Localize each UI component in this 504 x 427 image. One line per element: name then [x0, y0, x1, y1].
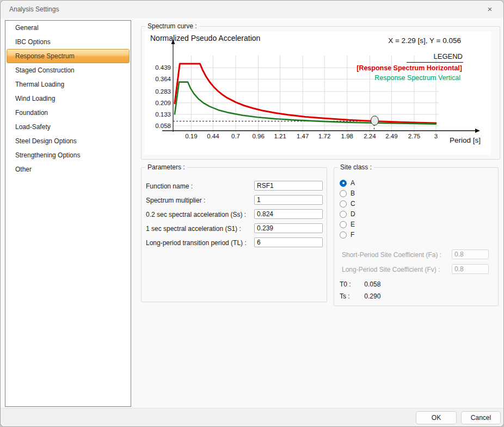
spectrum-chart[interactable]: 0.4390.3640.2830.2090.1330.0580.190.440.… — [144, 32, 491, 155]
sidebar-item-other[interactable]: Other — [5, 162, 131, 176]
svg-text:1.72: 1.72 — [318, 133, 330, 139]
spectrum-curve-group: Spectrum curve : 0.4390.3640.2830.2090.1… — [141, 26, 500, 160]
ss-acceleration-label: 0.2 sec spectral acceleration (Ss) : — [146, 209, 246, 220]
t0-value: 0.058 — [364, 280, 380, 288]
sidebar-item-thermal-loading[interactable]: Thermal Loading — [5, 77, 131, 91]
cancel-button[interactable]: Cancel — [461, 411, 501, 424]
ss-acceleration-row: 0.2 sec spectral acceleration (Ss) : — [142, 209, 327, 220]
ok-button[interactable]: OK — [416, 411, 457, 424]
spectrum-multiplier-row: Spectrum multiplier : — [142, 195, 327, 206]
site-class-option-f[interactable]: F — [340, 230, 354, 239]
spectrum-curve-group-label: Spectrum curve : — [145, 22, 199, 30]
tl-period-row: Long-period transition period (TL) : — [142, 237, 327, 248]
svg-text:2.75: 2.75 — [408, 133, 420, 139]
svg-text:X = 2.29 [s], Y = 0.056: X = 2.29 [s], Y = 0.056 — [388, 36, 461, 45]
svg-text:1.47: 1.47 — [297, 133, 309, 139]
tl-period-field[interactable] — [254, 237, 323, 247]
svg-text:LEGEND: LEGEND — [434, 52, 463, 60]
sidebar-item-load-safety[interactable]: Load-Safety — [5, 120, 131, 134]
fa-coefficient-label: Short-Period Site Coefficient (Fa) : — [342, 249, 441, 260]
s1-acceleration-label: 1 sec spectral acceleration (S1) : — [146, 223, 241, 234]
parameters-group-label: Parameters : — [145, 163, 187, 171]
svg-text:Period [s]: Period [s] — [450, 136, 481, 144]
svg-text:1.21: 1.21 — [274, 133, 286, 139]
sidebar-item-staged-construction[interactable]: Staged Construction — [5, 63, 131, 77]
sidebar-item-wind-loading[interactable]: Wind Loading — [5, 91, 131, 106]
ss-acceleration-field[interactable] — [254, 209, 323, 219]
fa-coefficient-row: Short-Period Site Coefficient (Fa) : — [334, 249, 498, 260]
ts-label: Ts : — [340, 292, 362, 300]
radio-icon[interactable] — [340, 190, 347, 197]
radio-icon[interactable] — [340, 231, 347, 239]
t0-readout: T0 : 0.058 — [340, 280, 380, 289]
sidebar-item-strengthening-options[interactable]: Strengthening Options — [5, 148, 131, 162]
svg-text:3: 3 — [434, 133, 438, 139]
s1-acceleration-row: 1 sec spectral acceleration (S1) : — [142, 223, 327, 234]
window-title: Analysis Settings — [9, 5, 59, 13]
site-class-option-e[interactable]: E — [340, 220, 355, 229]
svg-text:[Response Spectrum Horizontal]: [Response Spectrum Horizontal] — [357, 64, 462, 72]
svg-text:Normalized Pseudo Acceleration: Normalized Pseudo Acceleration — [150, 34, 260, 42]
svg-text:0.44: 0.44 — [207, 133, 219, 139]
svg-text:0.283: 0.283 — [155, 88, 171, 95]
spectrum-multiplier-label: Spectrum multiplier : — [146, 195, 205, 206]
radio-icon[interactable] — [340, 200, 347, 208]
function-name-label: Function name : — [146, 181, 193, 192]
site-class-option-d[interactable]: D — [340, 210, 355, 218]
close-icon[interactable]: × — [484, 3, 496, 15]
dialog-footer: OK Cancel — [1, 408, 503, 426]
title-bar: Analysis Settings × — [1, 1, 503, 18]
svg-text:0.7: 0.7 — [231, 133, 240, 139]
settings-nav-list: General IBC Options Response Spectrum St… — [5, 20, 131, 407]
spectrum-multiplier-field[interactable] — [254, 195, 323, 205]
site-class-option-c[interactable]: C — [340, 199, 355, 208]
fa-coefficient-field — [452, 249, 489, 259]
svg-text:0.19: 0.19 — [185, 133, 197, 139]
svg-text:0.439: 0.439 — [155, 64, 171, 71]
site-class-group-label: Site class : — [338, 163, 374, 171]
sidebar-item-general[interactable]: General — [5, 21, 131, 35]
function-name-field[interactable] — [254, 181, 323, 191]
svg-text:0.96: 0.96 — [252, 133, 264, 139]
svg-text:1.98: 1.98 — [341, 133, 353, 139]
fv-coefficient-label: Long-Period Site Coefficient (Fv) : — [342, 264, 440, 275]
function-name-row: Function name : — [142, 181, 327, 192]
radio-icon[interactable] — [340, 221, 347, 228]
radio-icon[interactable] — [340, 180, 347, 187]
svg-text:0.364: 0.364 — [155, 76, 171, 82]
svg-text:2.24: 2.24 — [364, 133, 376, 139]
svg-text:0.133: 0.133 — [155, 111, 171, 118]
sidebar-item-steel-design-options[interactable]: Steel Design Options — [5, 134, 131, 148]
site-class-group: Site class : A B C D E F Short-Period Si… — [334, 167, 499, 306]
spectrum-chart-canvas[interactable]: 0.4390.3640.2830.2090.1330.0580.190.440.… — [144, 32, 491, 155]
svg-text:2.49: 2.49 — [385, 133, 397, 139]
sidebar-item-foundation[interactable]: Foundation — [5, 106, 131, 120]
fv-coefficient-field — [452, 264, 489, 274]
tl-period-label: Long-period transition period (TL) : — [146, 237, 247, 248]
t0-label: T0 : — [340, 280, 362, 288]
svg-text:0.058: 0.058 — [155, 123, 171, 129]
site-class-option-b[interactable]: B — [340, 189, 355, 198]
analysis-settings-dialog: Analysis Settings × General IBC Options … — [0, 0, 504, 427]
sidebar-item-ibc-options[interactable]: IBC Options — [5, 35, 131, 49]
fv-coefficient-row: Long-Period Site Coefficient (Fv) : — [334, 264, 498, 275]
ts-value: 0.290 — [364, 292, 380, 300]
svg-text:Response Spectrum Vertical: Response Spectrum Vertical — [374, 74, 460, 82]
radio-icon[interactable] — [340, 211, 347, 218]
sidebar-item-response-spectrum[interactable]: Response Spectrum — [7, 49, 130, 63]
parameters-group: Parameters : Function name : Spectrum mu… — [141, 167, 327, 302]
ts-readout: Ts : 0.290 — [340, 292, 380, 301]
s1-acceleration-field[interactable] — [254, 223, 323, 233]
site-class-option-a[interactable]: A — [340, 179, 355, 187]
svg-text:0.209: 0.209 — [155, 100, 171, 106]
